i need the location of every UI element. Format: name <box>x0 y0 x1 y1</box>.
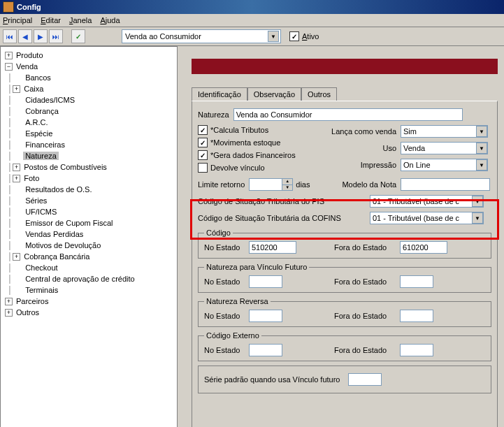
fora-estado-label: Fora do Estado <box>334 243 397 252</box>
tree-item-caixa[interactable]: │+Caixa <box>2 83 175 94</box>
cod-externo-fieldset: Código Externo No Estado Fora do Estado <box>198 331 491 361</box>
nat-vinc-futuro-fieldset: Natureza para Vínculo Futuro No Estado F… <box>198 263 491 293</box>
tree-item-produto[interactable]: +Produto <box>2 50 175 61</box>
nat-reversa-fieldset: Natureza Reversa No Estado Fora do Estad… <box>198 297 491 327</box>
spin-down-button[interactable]: ▼ <box>282 185 292 191</box>
cod-externo-legend: Código Externo <box>204 331 261 340</box>
tab-strip: Identificação Observação Outros <box>192 85 498 101</box>
natvinc-foraestado-input[interactable] <box>400 275 433 288</box>
natrev-noestado-input[interactable] <box>249 310 282 322</box>
tree-item-foto[interactable]: │+Foto <box>2 173 175 184</box>
chevron-down-icon: ▼ <box>476 143 487 154</box>
menu-principal[interactable]: Principal <box>3 16 32 24</box>
ativo-label: Ativo <box>302 32 319 41</box>
calcula-tributos-checkbox[interactable] <box>198 125 208 135</box>
uso-label: Uso <box>331 144 396 152</box>
tree-item-venda[interactable]: −Venda <box>2 61 175 72</box>
tree-item-cobranca[interactable]: │ Cobrança <box>2 106 175 117</box>
limite-retorno-input[interactable] <box>249 178 282 191</box>
impressao-label: Impressão <box>331 161 396 169</box>
chevron-down-icon: ▼ <box>476 159 487 171</box>
tree-item-parceiros[interactable]: +Parceiros <box>2 296 175 307</box>
fora-estado-label-2: Fora do Estado <box>334 277 397 286</box>
natureza-label: Natureza <box>198 110 229 119</box>
gera-dados-fin-label: *Gera dados Financeiros <box>210 151 296 159</box>
pis-combo[interactable]: 01 - Tributável (base de c▼ <box>370 195 484 208</box>
tab-body: Natureza Venda ao Consumidor *Calcula Tr… <box>192 101 498 427</box>
menu-janela[interactable]: Janela <box>69 16 92 24</box>
window-title: Config <box>17 3 41 11</box>
codigo-legend: Código <box>204 229 233 237</box>
tab-outros[interactable]: Outros <box>301 87 337 101</box>
tree-item-financeiras[interactable]: │ Financeiras <box>2 139 175 150</box>
tree-item-cidades[interactable]: │ Cidades/ICMS <box>2 94 175 106</box>
uso-combo[interactable]: Venda▼ <box>401 142 488 154</box>
nav-next-button[interactable]: ▶ <box>34 29 48 43</box>
tree-item-natureza[interactable]: │ Natureza <box>2 150 175 161</box>
movimenta-estoque-checkbox[interactable] <box>198 138 208 147</box>
devolve-vinculo-label: Devolve vínculo <box>210 164 265 172</box>
chevron-down-icon: ▼ <box>268 31 279 42</box>
record-select-combo[interactable]: Venda ao Consumidor ▼ <box>122 29 281 43</box>
tree-item-vendas-perdidas[interactable]: │ Vendas Perdidas <box>2 229 175 240</box>
fora-estado-label-3: Fora do Estado <box>334 312 397 320</box>
toolbar: ⏮ ◀ ▶ ⏭ ✓ Venda ao Consumidor ▼ Ativo <box>0 27 504 46</box>
menu-ajuda[interactable]: Ajuda <box>100 16 120 24</box>
tree-item-terminais[interactable]: │ Terminais <box>2 284 175 296</box>
gera-dados-fin-checkbox[interactable] <box>198 150 208 160</box>
tree-item-central-aprov[interactable]: │ Central de aprovação de crédito <box>2 273 175 284</box>
natrev-foraestado-input[interactable] <box>400 310 433 322</box>
nav-last-button[interactable]: ⏭ <box>49 29 63 43</box>
modelo-nota-label: Modelo da Nota <box>342 180 396 189</box>
spin-up-button[interactable]: ▲ <box>282 179 292 185</box>
tree-item-especie[interactable]: │ Espécie <box>2 128 175 139</box>
menu-editar[interactable]: Editar <box>41 16 61 24</box>
tree-item-resultados[interactable]: │ Resultados de O.S. <box>2 184 175 195</box>
tree-item-bancos[interactable]: │ Bancos <box>2 72 175 83</box>
nat-vinc-futuro-legend: Natureza para Vínculo Futuro <box>204 263 309 271</box>
tab-identificacao[interactable]: Identificação <box>192 87 247 101</box>
movimenta-estoque-label: *Movimenta estoque <box>210 138 280 147</box>
no-estado-label-4: No Estado <box>204 346 246 354</box>
codigo-foraestado-input[interactable]: 610200 <box>400 241 447 254</box>
modelo-nota-input[interactable] <box>401 178 490 191</box>
tree-item-emissor[interactable]: │ Emissor de Cupom Fiscal <box>2 217 175 229</box>
tab-observacao[interactable]: Observação <box>247 87 301 101</box>
cofins-combo[interactable]: 01 - Tributável (base de c▼ <box>370 212 484 224</box>
natureza-input[interactable]: Venda ao Consumidor <box>233 108 463 121</box>
titlebar: Config <box>0 0 504 14</box>
chevron-down-icon: ▼ <box>476 126 487 137</box>
tree-item-postos[interactable]: │+Postos de Combustíveis <box>2 161 175 173</box>
cofins-label: Código de Situação Tributária da COFINS <box>198 214 366 222</box>
tree-item-uficms[interactable]: │ UF/ICMS <box>2 206 175 217</box>
tree-item-outros[interactable]: +Outros <box>2 307 175 318</box>
serie-padrao-input[interactable] <box>348 373 382 386</box>
tree-item-cobranca-banc[interactable]: │+Cobrança Bancária <box>2 251 175 262</box>
no-estado-label-2: No Estado <box>204 277 246 286</box>
tree-item-series[interactable]: │ Séries <box>2 195 175 206</box>
fora-estado-label-4: Fora do Estado <box>334 346 397 354</box>
lanca-venda-label: Lança como venda <box>331 127 396 136</box>
devolve-vinculo-checkbox[interactable] <box>198 163 208 173</box>
impressao-combo[interactable]: On Line▼ <box>401 159 488 171</box>
nav-prev-button[interactable]: ◀ <box>18 29 32 43</box>
ativo-checkbox[interactable] <box>289 31 299 41</box>
dias-label: dias <box>296 180 310 189</box>
natvinc-noestado-input[interactable] <box>249 275 282 288</box>
nav-tree[interactable]: +Produto −Venda │ Bancos │+Caixa │ Cidad… <box>0 46 178 427</box>
chevron-down-icon: ▼ <box>472 212 483 224</box>
codigo-fieldset: Código No Estado 510200 Fora do Estado 6… <box>198 229 491 259</box>
confirm-button[interactable]: ✓ <box>71 29 85 43</box>
app-icon <box>3 1 14 13</box>
record-select-value: Venda ao Consumidor <box>125 32 201 41</box>
tree-item-arc[interactable]: │ A.R.C. <box>2 117 175 128</box>
lanca-venda-combo[interactable]: Sim▼ <box>401 125 488 138</box>
codext-noestado-input[interactable] <box>249 344 282 356</box>
tree-item-motivos-dev[interactable]: │ Motivos de Devolução <box>2 240 175 251</box>
codigo-noestado-input[interactable]: 510200 <box>249 241 296 254</box>
nat-reversa-legend: Natureza Reversa <box>204 297 271 305</box>
tree-item-checkout[interactable]: │ Checkout <box>2 262 175 273</box>
nav-first-button[interactable]: ⏮ <box>3 29 17 43</box>
codext-foraestado-input[interactable] <box>400 344 433 356</box>
no-estado-label-3: No Estado <box>204 312 246 320</box>
